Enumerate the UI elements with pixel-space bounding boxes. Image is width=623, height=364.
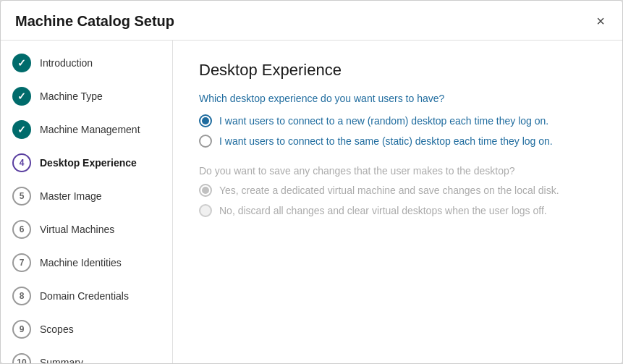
dialog-body: ✓ Introduction ✓ Machine Type ✓ Machine … [1, 41, 622, 363]
sidebar-label-machine-type: Machine Type [40, 90, 103, 102]
sidebar-label-desktop-experience: Desktop Experience [40, 157, 137, 169]
sidebar-label-machine-management: Machine Management [40, 124, 140, 135]
option1-radio-input[interactable] [199, 114, 212, 127]
question2-label: Do you want to save any changes that the… [199, 165, 596, 177]
sidebar-label-scopes: Scopes [40, 323, 74, 335]
sidebar-item-desktop-experience[interactable]: 4 Desktop Experience [1, 146, 172, 179]
step-icon-8: 8 [12, 287, 31, 305]
sidebar-label-introduction: Introduction [40, 57, 93, 69]
save-changes-radio-group: Yes, create a dedicated virtual machine … [199, 184, 596, 217]
sidebar-label-master-image: Master Image [40, 190, 102, 202]
sidebar-item-summary[interactable]: 10 Summary [1, 346, 172, 363]
sidebar-label-virtual-machines: Virtual Machines [40, 224, 114, 235]
sub-question-section: Do you want to save any changes that the… [199, 165, 596, 217]
sidebar-item-machine-identities[interactable]: 7 Machine Identities [1, 246, 172, 279]
sidebar-item-master-image[interactable]: 5 Master Image [1, 179, 172, 213]
option2-radio[interactable]: I want users to connect to the same (sta… [199, 135, 596, 148]
question1-label: Which desktop experience do you want use… [199, 93, 596, 104]
step-icon-6: 6 [12, 220, 31, 239]
step-icon-1: ✓ [12, 54, 31, 72]
step-icon-7: 7 [12, 253, 31, 272]
sidebar-label-summary: Summary [40, 357, 83, 363]
close-button[interactable]: × [593, 12, 608, 30]
step-icon-9: 9 [12, 320, 31, 339]
machine-catalog-dialog: Machine Catalog Setup × ✓ Introduction ✓… [0, 0, 623, 364]
sub-option1-radio: Yes, create a dedicated virtual machine … [199, 184, 596, 197]
sidebar-item-introduction[interactable]: ✓ Introduction [1, 46, 172, 80]
sidebar-item-scopes[interactable]: 9 Scopes [1, 313, 172, 346]
dialog-title: Machine Catalog Setup [15, 13, 174, 30]
sidebar-item-machine-type[interactable]: ✓ Machine Type [1, 80, 172, 113]
sub-option1-radio-input [199, 184, 212, 197]
sidebar-label-machine-identities: Machine Identities [40, 257, 122, 268]
sidebar: ✓ Introduction ✓ Machine Type ✓ Machine … [1, 41, 173, 363]
sidebar-item-virtual-machines[interactable]: 6 Virtual Machines [1, 213, 172, 246]
step-icon-4: 4 [12, 153, 31, 172]
sub-option1-radio-label: Yes, create a dedicated virtual machine … [219, 185, 559, 196]
sidebar-label-domain-credentials: Domain Credentials [40, 290, 129, 302]
step-icon-2: ✓ [12, 87, 31, 106]
option2-radio-input[interactable] [199, 135, 212, 148]
sidebar-item-machine-management[interactable]: ✓ Machine Management [1, 113, 172, 146]
sub-option2-radio-input [199, 204, 212, 217]
step-icon-5: 5 [12, 187, 31, 206]
sub-option2-radio: No, discard all changes and clear virtua… [199, 204, 596, 217]
step-icon-10: 10 [12, 353, 31, 363]
desktop-experience-radio-group: I want users to connect to a new (random… [199, 114, 596, 148]
option2-radio-label: I want users to connect to the same (sta… [219, 135, 553, 147]
dialog-header: Machine Catalog Setup × [1, 1, 622, 41]
main-content: Desktop Experience Which desktop experie… [173, 41, 622, 363]
sub-option2-radio-label: No, discard all changes and clear virtua… [219, 205, 547, 216]
option1-radio[interactable]: I want users to connect to a new (random… [199, 114, 596, 127]
option1-radio-label: I want users to connect to a new (random… [219, 115, 548, 127]
section-title: Desktop Experience [199, 61, 596, 80]
step-icon-3: ✓ [12, 120, 31, 139]
sidebar-item-domain-credentials[interactable]: 8 Domain Credentials [1, 279, 172, 313]
